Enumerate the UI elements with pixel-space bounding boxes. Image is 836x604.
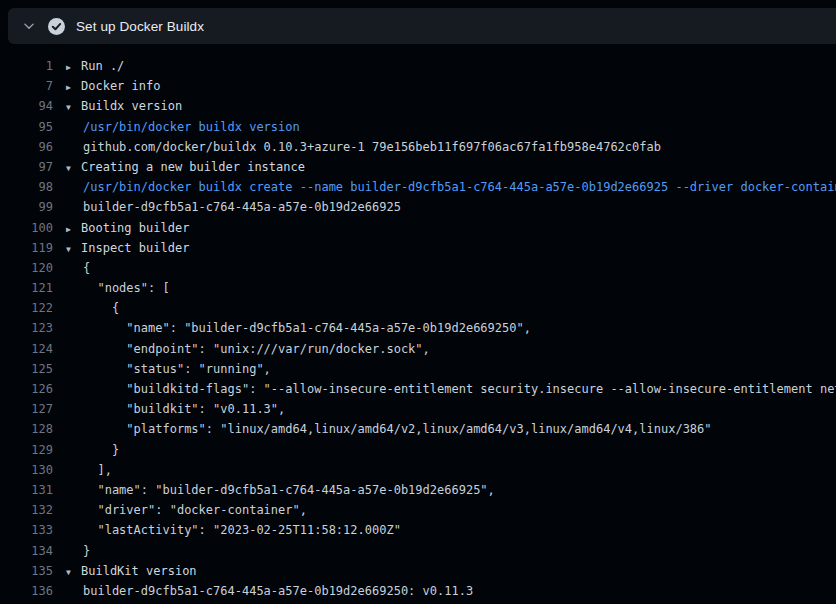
output-text: "driver": "docker-container",: [53, 500, 307, 520]
output-text: "endpoint": "unix:///var/run/docker.sock…: [53, 339, 430, 359]
step-header[interactable]: Set up Docker Buildx: [8, 8, 836, 44]
log-line: 134}: [0, 541, 836, 561]
output-text: {: [53, 258, 90, 278]
line-number[interactable]: 120: [0, 258, 53, 278]
output-text: github.com/docker/buildx 0.10.3+azure-1 …: [53, 137, 661, 157]
group-expanded-arrow-icon[interactable]: ▼: [66, 159, 81, 179]
group-expanded-arrow-icon[interactable]: ▼: [66, 98, 81, 118]
log-group-row[interactable]: 97▼Creating a new builder instance: [0, 157, 836, 177]
group-expanded-arrow-icon[interactable]: ▼: [66, 563, 81, 583]
line-number[interactable]: 100: [0, 218, 53, 238]
line-number[interactable]: 131: [0, 480, 53, 500]
line-number[interactable]: 98: [0, 177, 53, 197]
output-text: "lastActivity": "2023-02-25T11:58:12.000…: [53, 520, 401, 540]
line-number[interactable]: 132: [0, 500, 53, 520]
line-number[interactable]: 125: [0, 359, 53, 379]
log-group-row[interactable]: 135▼BuildKit version: [0, 561, 836, 581]
line-number[interactable]: 95: [0, 117, 53, 137]
line-number[interactable]: 136: [0, 581, 53, 601]
log-group-row[interactable]: 7▶Docker info: [0, 76, 836, 96]
log-group-row[interactable]: 119▼Inspect builder: [0, 238, 836, 258]
log-group-row[interactable]: 94▼Buildx version: [0, 96, 836, 116]
group-label[interactable]: Booting builder: [81, 218, 189, 238]
line-number[interactable]: 129: [0, 440, 53, 460]
output-text: builder-d9cfb5a1-c764-445a-a57e-0b19d2e6…: [53, 197, 401, 217]
log-line: 96github.com/docker/buildx 0.10.3+azure-…: [0, 137, 836, 157]
log-line: 126 "buildkitd-flags": "--allow-insecure…: [0, 379, 836, 399]
line-number[interactable]: 134: [0, 541, 53, 561]
group-collapsed-arrow-icon[interactable]: ▶: [66, 58, 81, 78]
line-number[interactable]: 121: [0, 278, 53, 298]
check-circle-icon: [48, 18, 65, 35]
output-text: "status": "running",: [53, 359, 271, 379]
output-text: builder-d9cfb5a1-c764-445a-a57e-0b19d2e6…: [53, 581, 473, 601]
line-number[interactable]: 99: [0, 197, 53, 217]
log-line: 99builder-d9cfb5a1-c764-445a-a57e-0b19d2…: [0, 197, 836, 217]
step-title: Set up Docker Buildx: [76, 19, 204, 34]
group-label[interactable]: Creating a new builder instance: [81, 157, 305, 177]
line-number[interactable]: 130: [0, 460, 53, 480]
command-text: /usr/bin/docker buildx version: [53, 117, 300, 137]
line-number[interactable]: 1: [0, 56, 53, 76]
log-line: 98/usr/bin/docker buildx create --name b…: [0, 177, 836, 197]
chevron-down-icon[interactable]: [21, 18, 37, 34]
log-line: 123 "name": "builder-d9cfb5a1-c764-445a-…: [0, 318, 836, 338]
log-line: 128 "platforms": "linux/amd64,linux/amd6…: [0, 419, 836, 439]
output-text: "name": "builder-d9cfb5a1-c764-445a-a57e…: [53, 318, 531, 338]
line-number[interactable]: 124: [0, 339, 53, 359]
log-line: 136builder-d9cfb5a1-c764-445a-a57e-0b19d…: [0, 581, 836, 601]
log-line: 131 "name": "builder-d9cfb5a1-c764-445a-…: [0, 480, 836, 500]
log-line: 132 "driver": "docker-container",: [0, 500, 836, 520]
log-line: 122 {: [0, 298, 836, 318]
line-number[interactable]: 128: [0, 419, 53, 439]
output-text: ],: [53, 460, 112, 480]
output-text: }: [53, 440, 119, 460]
log-line: 95/usr/bin/docker buildx version: [0, 117, 836, 137]
line-number[interactable]: 122: [0, 298, 53, 318]
log-line: 121 "nodes": [: [0, 278, 836, 298]
group-label[interactable]: Buildx version: [81, 96, 182, 116]
log-line: 133 "lastActivity": "2023-02-25T11:58:12…: [0, 520, 836, 540]
group-label[interactable]: Docker info: [81, 76, 160, 96]
line-number[interactable]: 97: [0, 157, 53, 177]
log-line: 127 "buildkit": "v0.11.3",: [0, 399, 836, 419]
log-line: 125 "status": "running",: [0, 359, 836, 379]
log-output: 1▶Run ./7▶Docker info94▼Buildx version95…: [0, 56, 836, 604]
log-line: 120{: [0, 258, 836, 278]
line-number[interactable]: 133: [0, 520, 53, 540]
line-number[interactable]: 7: [0, 76, 53, 96]
command-text: /usr/bin/docker buildx create --name bui…: [53, 177, 836, 197]
output-text: "nodes": [: [53, 278, 170, 298]
line-number[interactable]: 123: [0, 318, 53, 338]
line-number[interactable]: 127: [0, 399, 53, 419]
line-number[interactable]: 135: [0, 561, 53, 581]
output-text: "platforms": "linux/amd64,linux/amd64/v2…: [53, 419, 712, 439]
line-number[interactable]: 119: [0, 238, 53, 258]
line-number[interactable]: 94: [0, 96, 53, 116]
output-text: "buildkit": "v0.11.3",: [53, 399, 285, 419]
log-line: 130 ],: [0, 460, 836, 480]
log-group-row[interactable]: 100▶Booting builder: [0, 218, 836, 238]
output-text: {: [53, 298, 119, 318]
group-expanded-arrow-icon[interactable]: ▼: [66, 240, 81, 260]
log-line: 124 "endpoint": "unix:///var/run/docker.…: [0, 339, 836, 359]
log-group-row[interactable]: 1▶Run ./: [0, 56, 836, 76]
line-number[interactable]: 96: [0, 137, 53, 157]
log-line: 129 }: [0, 440, 836, 460]
group-collapsed-arrow-icon[interactable]: ▶: [66, 78, 81, 98]
group-label[interactable]: Run ./: [81, 56, 124, 76]
group-label[interactable]: Inspect builder: [81, 238, 189, 258]
group-label[interactable]: BuildKit version: [81, 561, 197, 581]
output-text: "buildkitd-flags": "--allow-insecure-ent…: [53, 379, 836, 399]
output-text: "name": "builder-d9cfb5a1-c764-445a-a57e…: [53, 480, 495, 500]
group-collapsed-arrow-icon[interactable]: ▶: [66, 220, 81, 240]
output-text: }: [53, 541, 90, 561]
line-number[interactable]: 126: [0, 379, 53, 399]
